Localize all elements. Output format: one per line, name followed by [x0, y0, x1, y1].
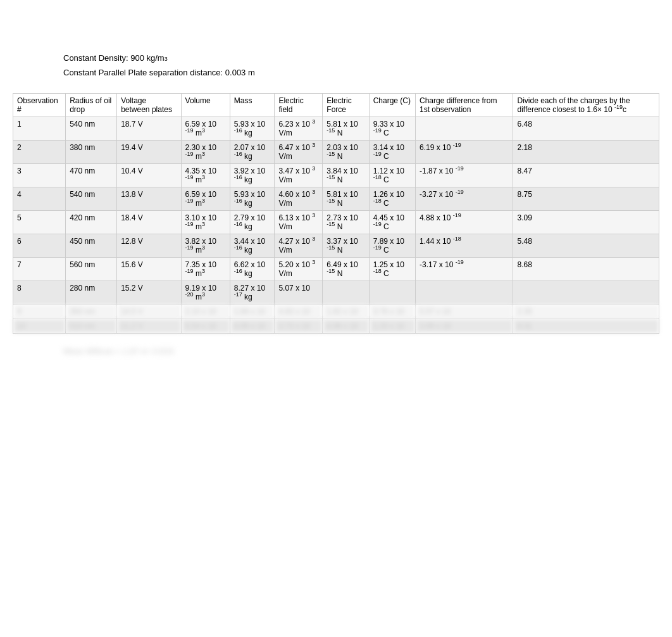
table-row: 1540 nm18.7 V6.59 x 10 -19 m35.93 x 10 -…	[13, 117, 659, 140]
col-header-volume: Volume	[181, 93, 230, 117]
table-cell: 3	[13, 163, 66, 187]
table-row: 3470 nm10.4 V4.35 x 10 -19 m33.92 x 10 -…	[13, 163, 659, 187]
table-cell: 6.48	[513, 117, 659, 140]
table-cell: 2.18	[513, 140, 659, 163]
table-cell: 2.03 x 10 -15 N	[323, 140, 369, 163]
table-cell: 14.5 V	[117, 304, 181, 318]
table-cell: 2	[13, 140, 66, 163]
table-cell: 540 nm	[66, 117, 117, 140]
col-header-charge-diff: Charge difference from 1st observation	[416, 93, 513, 117]
table-cell: 4.98 x 10	[323, 318, 369, 333]
table-cell: 18.4 V	[117, 210, 181, 234]
table-cell: 7.89 x 10 -19 C	[369, 234, 415, 257]
table-cell	[369, 281, 415, 304]
table-cell: 10.4 V	[117, 163, 181, 187]
table-cell: 450 nm	[66, 234, 117, 257]
table-cell: 9.31	[513, 318, 659, 333]
table-cell: 11.2 V	[117, 318, 181, 333]
separation-constant: Constant Parallel Plate separation dista…	[63, 65, 659, 80]
table-cell: 8.75	[513, 187, 659, 210]
table-cell: 6.47 x 10 3 V/m	[275, 140, 323, 163]
table-cell	[323, 281, 369, 304]
table-row: 10510 nm11.2 V5.54 x 104.99 x 103.73 x 1…	[13, 318, 659, 333]
table-cell: 9.33 x 10 -19 C	[369, 117, 415, 140]
table-cell: 15.2 V	[117, 281, 181, 304]
table-row: 5420 nm18.4 V3.10 x 10 -19 m32.79 x 10 -…	[13, 210, 659, 234]
table-cell: 3.84 x 10 -15 N	[323, 163, 369, 187]
table-cell: 6	[13, 234, 66, 257]
table-cell: 12.8 V	[117, 234, 181, 257]
table-cell: 1	[13, 117, 66, 140]
density-constant: Constant Density: 900 kg/m3	[63, 51, 659, 65]
table-cell: 5.81 x 10 -15 N	[323, 187, 369, 210]
table-cell: 7	[13, 257, 66, 281]
table-cell: -3.17 x 10 -19	[416, 257, 513, 281]
table-cell: 6.62 x 10 -16 kg	[230, 257, 275, 281]
table-cell: 560 nm	[66, 257, 117, 281]
table-cell: 4.83 x 10	[275, 304, 323, 318]
table-cell: 3.73 x 10	[275, 318, 323, 333]
table-cell: 5.93 x 10 -16 kg	[230, 117, 275, 140]
col-header-efield: Electric field	[275, 93, 323, 117]
table-row: 2380 nm19.4 V2.30 x 10 -19 m32.07 x 10 -…	[13, 140, 659, 163]
table-cell: 8.27 x 10 -17 kg	[230, 281, 275, 304]
col-header-radius: Radius of oil drop	[66, 93, 117, 117]
table-cell: 5.93 x 10 -16 kg	[230, 187, 275, 210]
table-row: 4540 nm13.8 V6.59 x 10 -19 m35.93 x 10 -…	[13, 187, 659, 210]
table-cell: 540 nm	[66, 187, 117, 210]
table-cell: 4.88 x 10 -19	[416, 210, 513, 234]
table-row: 8280 nm15.2 V9.19 x 10 -20 m38.27 x 10 -…	[13, 281, 659, 304]
table-cell: 13.8 V	[117, 187, 181, 210]
table-cell: 2.79 x 10 -16 kg	[230, 210, 275, 234]
table-cell: 6.59 x 10 -19 m3	[181, 117, 230, 140]
table-cell: 2.73 x 10 -15 N	[323, 210, 369, 234]
table-cell: 4.99 x 10	[230, 318, 275, 333]
table-cell: 2.30 x 10 -19 m3	[181, 140, 230, 163]
table-cell: 5.20 x 10 3 V/m	[275, 257, 323, 281]
table-cell: 2.35	[513, 304, 659, 318]
table-cell: 6.13 x 10 3 V/m	[275, 210, 323, 234]
table-cell: 3.14 x 10 -19 C	[369, 140, 415, 163]
table-cell: 18.7 V	[117, 117, 181, 140]
table-cell: 5.57 x 10	[416, 304, 513, 318]
table-cell	[513, 281, 659, 304]
table-cell: 6.49 x 10 -15 N	[323, 257, 369, 281]
table-cell: 9	[13, 304, 66, 318]
table-cell: 5	[13, 210, 66, 234]
table-cell: 6.23 x 10 3 V/m	[275, 117, 323, 140]
table-cell: 19.4 V	[117, 140, 181, 163]
table-cell: 470 nm	[66, 163, 117, 187]
col-header-divide: Divide each of the charges by the differ…	[513, 93, 659, 117]
col-header-eforce: Electric Force	[323, 93, 369, 117]
table-cell: 4.45 x 10 -19 C	[369, 210, 415, 234]
table-cell: 4.27 x 10 3 V/m	[275, 234, 323, 257]
col-header-obs: Observation #	[13, 93, 66, 117]
table-cell: 3.10 x 10 -19 m3	[181, 210, 230, 234]
table-cell: 1.89 x 10	[230, 304, 275, 318]
col-header-voltage: Voltage between plates	[117, 93, 181, 117]
table-cell: 5.81 x 10 -15 N	[323, 117, 369, 140]
table-cell: 3.92 x 10 -16 kg	[230, 163, 275, 187]
table-cell: 5.07 x 10	[275, 281, 323, 304]
table-cell: 1.44 x 10 -18	[416, 234, 513, 257]
table-cell: 15.6 V	[117, 257, 181, 281]
table-cell: 3.09	[513, 210, 659, 234]
table-cell: 1.33 x 10	[369, 318, 415, 333]
table-cell: 3.76 x 10	[369, 304, 415, 318]
table-cell: 8.47	[513, 163, 659, 187]
table-cell: 2.07 x 10 -16 kg	[230, 140, 275, 163]
table-cell: 1.12 x 10 -18 C	[369, 163, 415, 187]
table-cell: 3.37 x 10 -15 N	[323, 234, 369, 257]
table-cell: 8.68	[513, 257, 659, 281]
table-cell: 3.99 x 10	[416, 318, 513, 333]
table-cell: 4	[13, 187, 66, 210]
table-cell: 3.47 x 10 3 V/m	[275, 163, 323, 187]
table-cell: 7.35 x 10 -19 m3	[181, 257, 230, 281]
table-cell: 1.82 x 10	[323, 304, 369, 318]
footer-blurred: Mean Millican = 1.87 e= 0.819	[63, 346, 659, 356]
table-cell: 3.44 x 10 -16 kg	[230, 234, 275, 257]
table-cell	[416, 281, 513, 304]
table-row: 6450 nm12.8 V3.82 x 10 -19 m33.44 x 10 -…	[13, 234, 659, 257]
table-cell: 420 nm	[66, 210, 117, 234]
table-cell: 4.35 x 10 -19 m3	[181, 163, 230, 187]
